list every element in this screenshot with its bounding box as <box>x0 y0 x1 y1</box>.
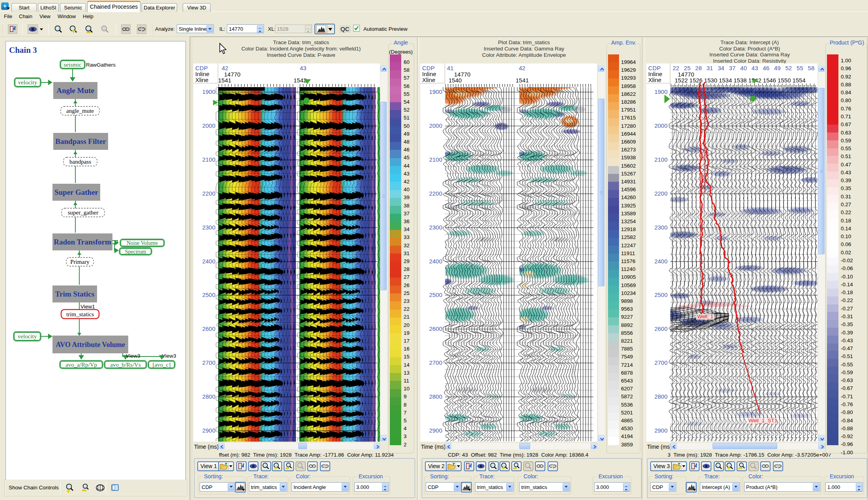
svg-text:seismic: seismic <box>64 62 82 68</box>
svg-text:velocity: velocity <box>18 333 37 340</box>
svg-text:Chain 3: Chain 3 <box>9 45 37 55</box>
svg-text:AVO Attribute Volume: AVO Attribute Volume <box>56 341 125 349</box>
svg-text:super_gather: super_gather <box>68 209 98 216</box>
svg-text:bandpass: bandpass <box>69 159 91 165</box>
svg-text:Super Gather: Super Gather <box>54 188 99 196</box>
svg-text:View3: View3 <box>126 353 140 359</box>
svg-text:RawGathers: RawGathers <box>86 62 116 68</box>
svg-text:[avo_c]: [avo_c] <box>153 362 171 368</box>
svg-text:Spectrum: Spectrum <box>125 249 146 255</box>
svg-text:avo_a/Rp/Vp: avo_a/Rp/Vp <box>65 362 97 368</box>
svg-text:Bandpass Filter: Bandpass Filter <box>55 137 106 146</box>
svg-text:velocity: velocity <box>18 79 37 86</box>
svg-text:trim_statics: trim_statics <box>66 311 94 317</box>
svg-text:Trim Statics: Trim Statics <box>55 290 94 298</box>
svg-text:Angle Mute: Angle Mute <box>56 86 94 95</box>
svg-text:angle_mute: angle_mute <box>66 108 94 114</box>
svg-text:View1: View1 <box>80 304 95 310</box>
svg-text:Radon Transform: Radon Transform <box>54 238 111 246</box>
svg-text:Primary: Primary <box>70 259 90 265</box>
svg-text:avo_b/Rs/Vs: avo_b/Rs/Vs <box>110 362 141 368</box>
svg-text:Noise Volume: Noise Volume <box>127 240 158 246</box>
